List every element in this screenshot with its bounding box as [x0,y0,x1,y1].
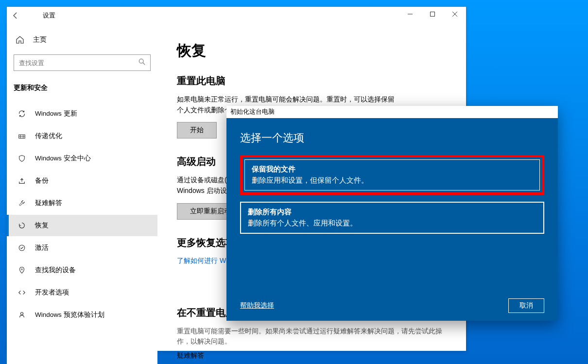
find-device-icon [17,266,26,275]
back-button[interactable] [7,7,24,24]
sidebar-item-label: 疑难解答 [35,199,62,208]
cancel-button[interactable]: 取消 [508,298,544,313]
dev-icon [17,288,26,297]
sidebar-item-label: 恢复 [35,221,49,230]
sidebar-item-label: Windows 预览体验计划 [35,311,104,319]
search-box[interactable] [14,54,151,71]
sidebar-item-recovery[interactable]: 恢复 [7,215,157,236]
sidebar-item-windows-update[interactable]: Windows 更新 [7,103,157,124]
reset-dialog: 初始化这台电脑 选择一个选项 保留我的文件 删除应用和设置，但保留个人文件。 删… [226,106,558,321]
highlight-frame: 保留我的文件 删除应用和设置，但保留个人文件。 [240,155,544,195]
sidebar-item-security[interactable]: Windows 安全中心 [7,148,157,169]
sidebar-home-label: 主页 [33,35,47,44]
reset-section-title: 重置此电脑 [177,74,447,87]
maximize-button[interactable] [421,7,444,21]
svg-line-5 [143,63,145,65]
sidebar-home[interactable]: 主页 [7,30,157,50]
sidebar-item-label: Windows 更新 [35,109,77,118]
sidebar-item-backup[interactable]: 备份 [7,170,157,191]
svg-point-4 [139,59,143,63]
svg-rect-1 [431,12,435,17]
svg-point-11 [23,313,23,313]
titlebar: 设置 [7,7,466,24]
option-title: 保留我的文件 [252,165,533,174]
backup-icon [17,176,26,185]
option-desc: 删除所有个人文件、应用和设置。 [248,219,536,228]
sidebar-item-insider[interactable]: Windows 预览体验计划 [7,304,157,326]
sidebar-category: 更新和安全 [7,77,157,102]
insider-icon [17,311,26,319]
sidebar-item-troubleshoot[interactable]: 疑难解答 [7,192,157,214]
sidebar-item-label: Windows 安全中心 [35,154,91,163]
troubleshoot-link[interactable]: 疑难解答 [177,351,447,360]
option-desc: 删除应用和设置，但保留个人文件。 [252,176,533,185]
search-icon [138,58,145,67]
reset-start-button[interactable]: 开始 [177,122,217,139]
recovery-icon [17,221,26,230]
sync-icon [17,109,26,118]
help-section-desc: 重置电脑可能需要一些时间。如果尚未尝试通过运行疑难解答来解决问题，请先尝试此操作… [177,326,447,347]
window-title: 设置 [43,11,55,20]
search-input[interactable] [19,59,138,67]
sidebar-item-label: 查找我的设备 [35,266,76,275]
sidebar: 主页 更新和安全 Windows 更新 传递优化 Windows 安全中心 [7,24,157,364]
troubleshoot-icon [17,199,26,208]
minimize-button[interactable] [399,7,421,21]
svg-point-8 [21,269,23,270]
window-controls [399,7,466,21]
option-remove-everything[interactable]: 删除所有内容 删除所有个人文件、应用和设置。 [240,202,544,234]
sidebar-item-delivery[interactable]: 传递优化 [7,125,157,147]
svg-point-10 [20,313,21,313]
shield-icon [17,154,26,163]
sidebar-item-developer[interactable]: 开发者选项 [7,282,157,303]
home-icon [16,35,24,44]
sidebar-item-label: 传递优化 [35,132,62,140]
sidebar-item-label: 激活 [35,243,49,252]
close-button[interactable] [444,7,466,21]
help-me-choose-link[interactable]: 帮助我选择 [240,301,274,310]
activation-icon [17,243,26,252]
page-title: 恢复 [177,41,447,61]
delivery-icon [17,132,26,140]
dialog-title: 初始化这台电脑 [226,106,558,118]
sidebar-item-label: 开发者选项 [35,288,69,297]
svg-point-7 [19,245,25,251]
option-title: 删除所有内容 [248,208,536,217]
sidebar-item-activation[interactable]: 激活 [7,237,157,259]
dialog-heading: 选择一个选项 [240,131,544,145]
sidebar-item-find-device[interactable]: 查找我的设备 [7,260,157,281]
sidebar-item-label: 备份 [35,176,49,185]
option-keep-files[interactable]: 保留我的文件 删除应用和设置，但保留个人文件。 [244,159,540,191]
